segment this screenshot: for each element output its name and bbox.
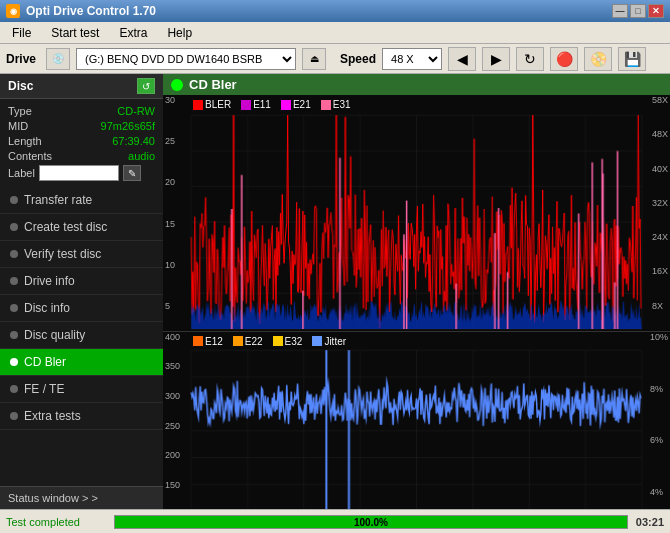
disc-info-panel: Type CD-RW MID 97m26s65f Length 67:39.40… <box>0 99 163 187</box>
status-time: 03:21 <box>636 516 664 528</box>
speed-label: Speed <box>340 52 376 66</box>
legend-e21-label: E21 <box>293 99 311 110</box>
menu-bar: File Start test Extra Help <box>0 22 670 44</box>
minimize-button[interactable]: — <box>612 4 628 18</box>
nav-disc-quality[interactable]: Disc quality <box>0 322 163 349</box>
window-title: Opti Drive Control 1.70 <box>26 4 156 18</box>
status-bar: Test completed 100.0% 03:21 <box>0 509 670 533</box>
legend-jitter-label: Jitter <box>324 336 346 347</box>
legend-e22: E22 <box>233 336 263 347</box>
label-label: Label <box>8 167 35 179</box>
disc-refresh-button[interactable]: ↺ <box>137 78 155 94</box>
nav-disc-info[interactable]: Disc info <box>0 295 163 322</box>
progress-bar: 100.0% <box>114 515 628 529</box>
drive-bar: Drive 💿 (G:) BENQ DVD DD DW1640 BSRB ⏏ S… <box>0 44 670 74</box>
legend-e22-label: E22 <box>245 336 263 347</box>
nav-disc-info-label: Disc info <box>24 301 70 315</box>
restore-button[interactable]: □ <box>630 4 646 18</box>
menu-extra[interactable]: Extra <box>111 24 155 42</box>
legend-e31-label: E31 <box>333 99 351 110</box>
legend-e12: E12 <box>193 336 223 347</box>
length-label: Length <box>8 135 42 147</box>
mid-value: 97m26s65f <box>101 120 155 132</box>
nav-extra-tests-label: Extra tests <box>24 409 81 423</box>
disc-contents-row: Contents audio <box>8 150 155 162</box>
prev-button[interactable]: ◀ <box>448 47 476 71</box>
charts-area: BLER E11 E21 E31 <box>163 95 670 509</box>
sidebar-nav: Transfer rate Create test disc Verify te… <box>0 187 163 486</box>
disc-header: Disc ↺ <box>0 74 163 99</box>
nav-transfer-rate[interactable]: Transfer rate <box>0 187 163 214</box>
type-label: Type <box>8 105 32 117</box>
legend-bler: BLER <box>193 99 231 110</box>
type-value: CD-RW <box>117 105 155 117</box>
legend-e11: E11 <box>241 99 271 110</box>
status-window-button[interactable]: Status window > > <box>0 486 163 509</box>
bottom-chart-canvas <box>163 332 670 509</box>
drive-icon: 💿 <box>46 48 70 70</box>
nav-transfer-rate-label: Transfer rate <box>24 193 92 207</box>
nav-cd-bler-label: CD Bler <box>24 355 66 369</box>
status-text: Test completed <box>6 516 106 528</box>
main-layout: Disc ↺ Type CD-RW MID 97m26s65f Length 6… <box>0 74 670 509</box>
nav-disc-quality-label: Disc quality <box>24 328 85 342</box>
app-icon: ◉ <box>6 4 20 18</box>
nav-create-test-disc[interactable]: Create test disc <box>0 214 163 241</box>
nav-drive-info-label: Drive info <box>24 274 75 288</box>
close-button[interactable]: ✕ <box>648 4 664 18</box>
menu-start-test[interactable]: Start test <box>43 24 107 42</box>
disc-label-row: Label ✎ <box>8 165 155 181</box>
nav-cd-bler[interactable]: CD Bler <box>0 349 163 376</box>
label-edit-button[interactable]: ✎ <box>123 165 141 181</box>
nav-drive-info[interactable]: Drive info <box>0 268 163 295</box>
eject-button[interactable]: ⏏ <box>302 48 326 70</box>
menu-file[interactable]: File <box>4 24 39 42</box>
contents-value: audio <box>128 150 155 162</box>
legend-e32-label: E32 <box>285 336 303 347</box>
contents-label: Contents <box>8 150 52 162</box>
bottom-chart-legend: E12 E22 E32 Jitter <box>193 336 346 347</box>
nav-extra-tests[interactable]: Extra tests <box>0 403 163 430</box>
window-controls: — □ ✕ <box>612 4 664 18</box>
legend-e21: E21 <box>281 99 311 110</box>
erase-button[interactable]: 🔴 <box>550 47 578 71</box>
legend-e32: E32 <box>273 336 303 347</box>
title-bar: ◉ Opti Drive Control 1.70 — □ ✕ <box>0 0 670 22</box>
drive-select[interactable]: (G:) BENQ DVD DD DW1640 BSRB <box>76 48 296 70</box>
chart-header-dot <box>171 79 183 91</box>
disc-type-row: Type CD-RW <box>8 105 155 117</box>
nav-create-test-disc-label: Create test disc <box>24 220 107 234</box>
nav-fe-te-label: FE / TE <box>24 382 64 396</box>
save-button[interactable]: 💾 <box>618 47 646 71</box>
length-value: 67:39.40 <box>112 135 155 147</box>
nav-fe-te[interactable]: FE / TE <box>0 376 163 403</box>
chart-header: CD Bler <box>163 74 670 95</box>
legend-jitter: Jitter <box>312 336 346 347</box>
legend-e11-label: E11 <box>253 99 271 110</box>
legend-e31: E31 <box>321 99 351 110</box>
content-area: CD Bler BLER E11 E21 <box>163 74 670 509</box>
sidebar: Disc ↺ Type CD-RW MID 97m26s65f Length 6… <box>0 74 163 509</box>
status-window-label: Status window > > <box>8 492 98 504</box>
disc-section-title: Disc <box>8 79 33 93</box>
disc-mid-row: MID 97m26s65f <box>8 120 155 132</box>
refresh-button[interactable]: ↻ <box>516 47 544 71</box>
menu-help[interactable]: Help <box>159 24 200 42</box>
speed-select[interactable]: 48 X <box>382 48 442 70</box>
next-button[interactable]: ▶ <box>482 47 510 71</box>
top-chart-legend: BLER E11 E21 E31 <box>193 99 351 110</box>
top-chart-canvas <box>163 95 670 331</box>
disc-length-row: Length 67:39.40 <box>8 135 155 147</box>
nav-verify-test-disc-label: Verify test disc <box>24 247 101 261</box>
drive-label: Drive <box>6 52 36 66</box>
legend-e12-label: E12 <box>205 336 223 347</box>
progress-text: 100.0% <box>115 516 627 529</box>
legend-bler-label: BLER <box>205 99 231 110</box>
chart-title: CD Bler <box>189 77 237 92</box>
nav-verify-test-disc[interactable]: Verify test disc <box>0 241 163 268</box>
label-input[interactable] <box>39 165 119 181</box>
mid-label: MID <box>8 120 28 132</box>
burn-button[interactable]: 📀 <box>584 47 612 71</box>
